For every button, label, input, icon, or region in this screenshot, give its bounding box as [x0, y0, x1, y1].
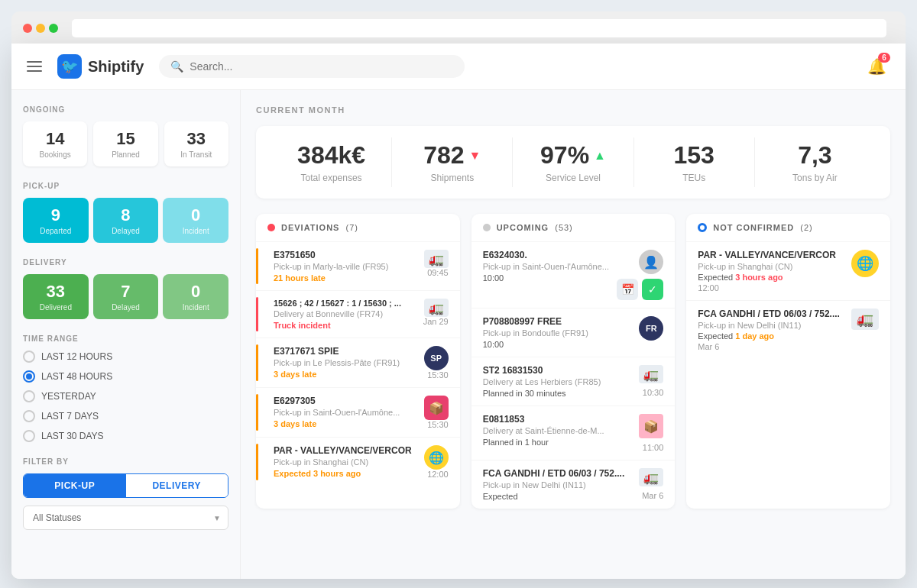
- dev-id-3: E6297305: [274, 396, 416, 406]
- dev-avatar-4: 🌐: [424, 445, 449, 470]
- time-range-7d[interactable]: LAST 7 DAYS: [23, 410, 228, 422]
- notconf-location-0: Pick-up in Shanghai (CN): [698, 262, 844, 271]
- hamburger-menu[interactable]: [27, 61, 42, 72]
- upcoming-content-2: ST2 16831530 Delivery at Les Herbiers (F…: [483, 365, 632, 398]
- dev-content-2: E3717671 SPIE Pick-up in Le Plessis-Pâte…: [267, 346, 416, 379]
- dev-right-3: 📦 15:30: [424, 396, 449, 429]
- upcoming-item-2[interactable]: ST2 16831530 Delivery at Les Herbiers (F…: [471, 357, 676, 406]
- search-bar[interactable]: 🔍: [159, 55, 465, 78]
- status-select[interactable]: All Statuses: [23, 506, 228, 530]
- dev-content-3: E6297305 Pick-up in Saint-Ouen-l'Aumône.…: [267, 396, 416, 428]
- dev-bar-1: [256, 297, 258, 331]
- deviation-item-2[interactable]: E3717671 SPIE Pick-up in Le Plessis-Pâte…: [256, 338, 460, 388]
- deviation-item-0[interactable]: E3751650 Pick-up in Marly-la-ville (FR95…: [256, 242, 460, 291]
- radio-30d[interactable]: [23, 430, 35, 442]
- dev-status-1: Truck incident: [274, 321, 416, 330]
- pickup-filter-button[interactable]: PICK-UP: [24, 474, 126, 497]
- planned-number: 15: [99, 129, 151, 149]
- radio-48h[interactable]: [23, 370, 35, 383]
- dev-avatar-3: 📦: [424, 396, 449, 420]
- radio-12h[interactable]: [23, 351, 35, 363]
- dev-location-4: Pick-up in Shanghai (CN): [274, 457, 416, 467]
- minimize-dot[interactable]: [36, 24, 45, 33]
- notconf-avatar-0: 🌐: [851, 250, 879, 277]
- in-transit-label: In Transit: [170, 150, 222, 159]
- upcoming-content-3: E0811853 Delivery at Saint-Étienne-de-M.…: [483, 414, 632, 447]
- planned-label: Planned: [99, 150, 151, 159]
- delivered-label: Delivered: [29, 303, 83, 312]
- dev-time-3: 15:30: [427, 420, 449, 429]
- notification-badge: 6: [878, 53, 890, 63]
- deviation-item-1[interactable]: 15626 ; 42 / 15627 : 1 / 15630 ; ... Del…: [256, 291, 460, 338]
- upcoming-item-3[interactable]: E0811853 Delivery at Saint-Étienne-de-M.…: [471, 406, 676, 460]
- upcoming-indicator: [483, 224, 491, 231]
- departed-stat: 9 Departed: [23, 198, 89, 243]
- deviation-item-3[interactable]: E6297305 Pick-up in Saint-Ouen-l'Aumône.…: [256, 388, 460, 438]
- upcoming-time-label-2: Planned in 30 minutes: [483, 389, 632, 398]
- deviations-header: DEVIATIONS (7): [256, 214, 460, 242]
- upcoming-time-label-0: 10:00: [483, 273, 610, 283]
- time-range-48h[interactable]: LAST 48 HOURS: [23, 370, 228, 383]
- not-confirmed-header: NOT CONFIRMED (2): [686, 214, 890, 242]
- radio-7d[interactable]: [23, 410, 35, 422]
- departed-label: Departed: [29, 227, 83, 235]
- notification-button[interactable]: 🔔 6: [863, 53, 890, 80]
- check-button-0[interactable]: ✓: [642, 279, 663, 300]
- notconf-expected-0: Expected 3 hours ago: [698, 273, 844, 282]
- upcoming-item-0[interactable]: E6324030. Pick-up in Saint-Ouen-l'Aumône…: [471, 242, 676, 309]
- notconf-route-1: FCA GANDHI / ETD 06/03 / 752....: [698, 309, 844, 319]
- dev-right-0: 🚛 09:45: [424, 250, 449, 277]
- delivery-incident-stat: 0 Incident: [163, 274, 228, 319]
- upcoming-item-4[interactable]: FCA GANDHI / ETD 06/03 / 752.... Pick-up…: [471, 460, 676, 509]
- url-bar[interactable]: [72, 19, 886, 37]
- time-range-section: TIME RANGE LAST 12 HOURS LAST 48 HOURS Y…: [23, 334, 228, 442]
- upcoming-id-0: E6324030.: [483, 250, 610, 260]
- notconf-content-1: FCA GANDHI / ETD 06/03 / 752.... Pick-up…: [698, 309, 844, 351]
- time-range-30d[interactable]: LAST 30 DAYS: [23, 430, 228, 442]
- notconf-item-0[interactable]: PAR - VALLEY/VANCE/VERCOR Pick-up in Sha…: [686, 242, 890, 301]
- dev-avatar-0: 🚛: [424, 250, 449, 268]
- deviations-title: DEVIATIONS (7): [281, 223, 358, 232]
- dev-status-2: 3 days late: [274, 370, 416, 379]
- action-buttons-0: 📅 ✓: [617, 279, 663, 300]
- pickup-incident-stat: 0 Incident: [163, 198, 228, 243]
- deviations-card: DEVIATIONS (7) E3751650 Pick-up in Marly…: [256, 214, 460, 509]
- calendar-button-0[interactable]: 📅: [617, 279, 638, 300]
- deviation-item-4[interactable]: PAR - VALLEY/VANCE/VERCOR Pick-up in Sha…: [256, 438, 460, 486]
- kpi-tons-air-label: Tons by Air: [766, 173, 864, 183]
- time-range-yesterday[interactable]: YESTERDAY: [23, 390, 228, 402]
- kpi-teus-label: TEUs: [646, 173, 743, 183]
- notconf-expected-1: Expected 1 day ago: [698, 331, 844, 341]
- search-icon: 🔍: [170, 60, 183, 73]
- upcoming-item-1[interactable]: P708808997 FREE Pick-up in Bondoufle (FR…: [471, 309, 676, 357]
- status-select-wrapper: All Statuses ▼: [23, 506, 228, 530]
- dev-time-0: 09:45: [427, 268, 449, 277]
- delivery-filter-button[interactable]: DELIVERY: [126, 474, 228, 497]
- time-range-title: TIME RANGE: [23, 334, 228, 343]
- dev-bar-0: [256, 248, 258, 284]
- kpi-shipments-value: 782 ▼: [403, 141, 501, 170]
- radio-yesterday[interactable]: [23, 390, 35, 402]
- kpi-tons-air: 7,3 Tons by Air: [755, 137, 875, 187]
- notconf-item-1[interactable]: FCA GANDHI / ETD 06/03 / 752.... Pick-up…: [686, 301, 890, 359]
- kpi-service-level: 97% ▲ Service Level: [513, 137, 633, 187]
- in-transit-number: 33: [170, 129, 222, 149]
- delivered-stat: 33 Delivered: [23, 274, 89, 319]
- filter-title: FILTER BY: [23, 457, 228, 466]
- close-dot[interactable]: [23, 24, 32, 33]
- search-input[interactable]: [190, 60, 453, 73]
- dev-right-1: 🚛 Jan 29: [423, 299, 449, 326]
- upcoming-right-2: 🚛 10:30: [639, 365, 663, 397]
- radio-30d-label: LAST 30 DAYS: [41, 431, 104, 441]
- upcoming-card: UPCOMING (53) E6324030. Pick-up in Saint…: [471, 214, 676, 509]
- shipments-arrow-down: ▼: [469, 149, 481, 163]
- upcoming-right-1: FR: [639, 316, 663, 341]
- time-range-12h[interactable]: LAST 12 HOURS: [23, 351, 228, 363]
- notconf-avatar-1: 🚛: [851, 309, 879, 330]
- dev-bar-3: [256, 394, 258, 431]
- kpi-tons-air-value: 7,3: [766, 141, 864, 170]
- upcoming-location-0: Pick-up in Saint-Ouen-l'Aumône...: [483, 262, 610, 271]
- kpi-expenses-label: Total expenses: [283, 173, 380, 183]
- current-month-title: CURRENT MONTH: [256, 105, 890, 115]
- maximize-dot[interactable]: [49, 24, 58, 33]
